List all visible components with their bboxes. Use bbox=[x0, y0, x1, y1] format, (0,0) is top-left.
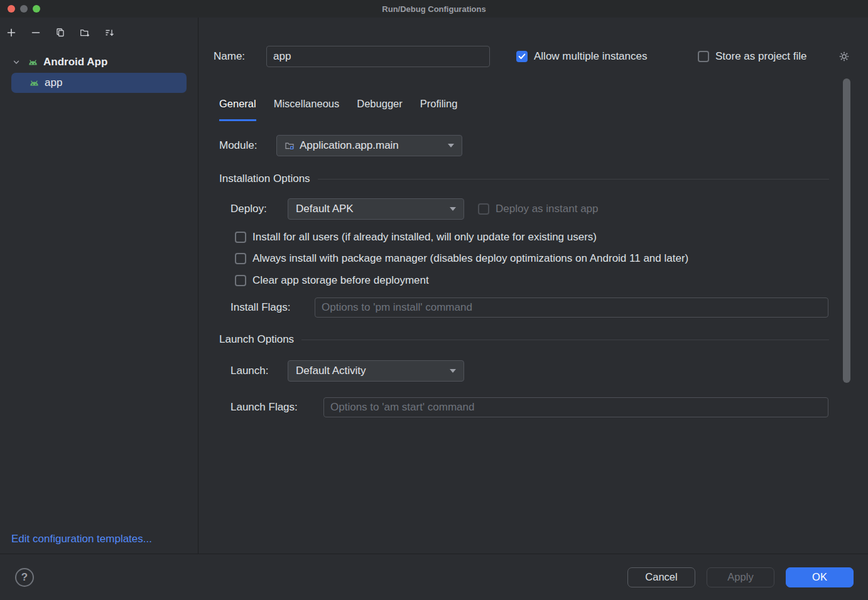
install-for-all-users-label: Install for all users (if already instal… bbox=[252, 231, 597, 244]
copy-configuration-icon[interactable] bbox=[55, 28, 65, 38]
store-as-project-file-label: Store as project file bbox=[715, 50, 807, 63]
launch-flags-input[interactable] bbox=[323, 397, 828, 417]
store-as-project-file-checkbox[interactable]: Store as project file bbox=[698, 50, 807, 63]
name-input[interactable] bbox=[266, 46, 490, 67]
launch-options-title: Launch Options bbox=[219, 333, 294, 346]
install-for-all-users-checkbox[interactable]: Install for all users (if already instal… bbox=[235, 231, 597, 244]
gear-icon[interactable] bbox=[838, 50, 850, 65]
tab-miscellaneous[interactable]: Miscellaneous bbox=[274, 98, 340, 121]
minimize-button[interactable] bbox=[20, 5, 28, 13]
add-configuration-icon[interactable] bbox=[6, 28, 16, 38]
dialog-footer: ? Cancel Apply OK bbox=[0, 554, 868, 600]
configuration-editor: Name: Allow multiple instances Store as … bbox=[198, 18, 868, 554]
always-install-row: Always install with package manager (dis… bbox=[235, 250, 688, 267]
checkbox-unchecked-icon bbox=[235, 275, 246, 286]
close-button[interactable] bbox=[8, 5, 15, 13]
window-title: Run/Debug Configurations bbox=[382, 4, 486, 14]
android-icon bbox=[28, 58, 38, 67]
edit-configuration-templates-link[interactable]: Edit configuration templates... bbox=[11, 533, 152, 545]
clear-app-storage-label: Clear app storage before deployment bbox=[252, 274, 429, 287]
footer-buttons: Cancel Apply OK bbox=[627, 567, 854, 587]
deploy-as-instant-app-checkbox[interactable]: Deploy as instant app bbox=[478, 203, 599, 215]
configurations-tree: Android App app bbox=[0, 48, 198, 93]
module-label: Module: bbox=[219, 139, 257, 152]
clear-app-storage-row: Clear app storage before deployment bbox=[235, 272, 429, 289]
launch-options-section: Launch Options bbox=[219, 333, 829, 346]
install-flags-row: Install Flags: bbox=[198, 297, 868, 318]
launch-select[interactable]: Default Activity bbox=[288, 360, 464, 382]
launch-label: Launch: bbox=[231, 365, 269, 377]
new-folder-icon[interactable] bbox=[80, 28, 90, 38]
always-install-with-package-manager-checkbox[interactable]: Always install with package manager (dis… bbox=[235, 252, 688, 265]
deploy-label: Deploy: bbox=[231, 203, 267, 215]
launch-flags-row: Launch Flags: bbox=[198, 397, 868, 417]
vertical-scrollbar[interactable] bbox=[843, 78, 850, 383]
always-install-with-package-manager-label: Always install with package manager (dis… bbox=[252, 252, 688, 265]
module-row: Module: Application.app.main bbox=[198, 135, 868, 156]
cancel-button[interactable]: Cancel bbox=[627, 567, 695, 587]
module-icon bbox=[285, 141, 295, 151]
clear-app-storage-checkbox[interactable]: Clear app storage before deployment bbox=[235, 274, 429, 287]
allow-multiple-instances-label: Allow multiple instances bbox=[534, 50, 647, 63]
remove-configuration-icon[interactable] bbox=[31, 28, 41, 38]
chevron-down-icon bbox=[450, 369, 456, 373]
android-icon bbox=[29, 78, 40, 88]
titlebar: Run/Debug Configurations bbox=[0, 0, 868, 18]
deploy-row: Deploy: Default APK Deploy as instant ap… bbox=[198, 198, 868, 220]
installation-options-title: Installation Options bbox=[219, 173, 310, 185]
sidebar-toolbar bbox=[0, 18, 198, 48]
checkbox-unchecked-icon bbox=[235, 253, 246, 264]
deploy-as-instant-app-label: Deploy as instant app bbox=[496, 203, 599, 215]
name-label: Name: bbox=[214, 50, 245, 63]
tab-debugger[interactable]: Debugger bbox=[357, 98, 402, 121]
module-select[interactable]: Application.app.main bbox=[276, 135, 462, 156]
tree-group-android-app[interactable]: Android App bbox=[0, 53, 198, 72]
checkbox-unchecked-icon bbox=[235, 232, 246, 243]
launch-select-value: Default Activity bbox=[296, 365, 366, 377]
install-flags-label: Install Flags: bbox=[231, 297, 290, 318]
launch-flags-label: Launch Flags: bbox=[231, 397, 298, 417]
tree-item-app[interactable]: app bbox=[11, 73, 187, 93]
chevron-down-icon bbox=[448, 144, 454, 147]
installation-options-section: Installation Options bbox=[219, 173, 829, 185]
module-select-value: Application.app.main bbox=[300, 139, 399, 152]
configurations-sidebar: Android App app Edit configuration templ… bbox=[0, 18, 198, 554]
traffic-lights bbox=[8, 0, 40, 18]
name-row: Name: Allow multiple instances Store as … bbox=[198, 46, 868, 67]
section-divider bbox=[301, 340, 829, 340]
chevron-down-icon[interactable] bbox=[13, 58, 20, 66]
zoom-button[interactable] bbox=[33, 5, 40, 13]
checkbox-unchecked-icon bbox=[698, 51, 709, 62]
help-icon[interactable]: ? bbox=[15, 568, 34, 587]
tab-bar: General Miscellaneous Debugger Profiling bbox=[219, 98, 457, 121]
chevron-down-icon bbox=[450, 207, 456, 211]
allow-multiple-instances-checkbox[interactable]: Allow multiple instances bbox=[516, 50, 647, 63]
install-flags-input[interactable] bbox=[315, 297, 828, 318]
deploy-select[interactable]: Default APK bbox=[288, 198, 464, 220]
deploy-select-value: Default APK bbox=[296, 203, 354, 215]
tree-group-label: Android App bbox=[43, 56, 107, 68]
sort-configurations-icon[interactable] bbox=[104, 28, 114, 38]
checkbox-checked-icon bbox=[516, 51, 528, 62]
install-for-all-users-row: Install for all users (if already instal… bbox=[235, 229, 597, 245]
tab-general[interactable]: General bbox=[219, 98, 256, 121]
ok-button[interactable]: OK bbox=[786, 567, 854, 587]
launch-row: Launch: Default Activity bbox=[198, 360, 868, 382]
checkbox-unchecked-icon bbox=[478, 203, 489, 215]
run-debug-configurations-dialog: Run/Debug Configurations bbox=[0, 0, 868, 600]
tab-profiling[interactable]: Profiling bbox=[420, 98, 458, 121]
section-divider bbox=[318, 179, 829, 179]
apply-button[interactable]: Apply bbox=[707, 567, 774, 587]
tree-item-label: app bbox=[45, 77, 62, 89]
